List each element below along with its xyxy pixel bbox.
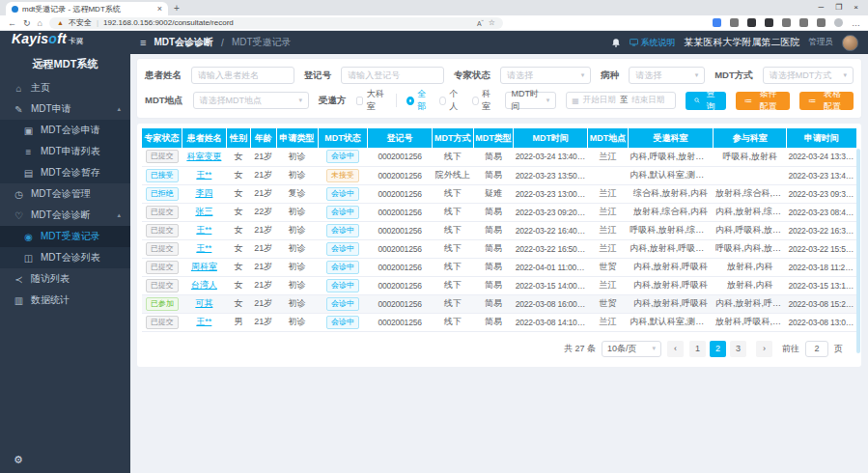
register-no-input[interactable] xyxy=(341,67,444,84)
column-header: 患者姓名 xyxy=(182,128,226,148)
mdt-time-cell: 2022-03-23 09:20:00 xyxy=(514,203,588,221)
mdt-mode-label: MDT方式 xyxy=(714,70,753,82)
mdt-time-select[interactable]: MDT时间▾ xyxy=(505,92,557,109)
page-size-select[interactable]: 10条/页▾ xyxy=(602,341,661,357)
patient-name-cell: 王** xyxy=(182,221,226,239)
column-header: 性别 xyxy=(226,128,250,148)
system-name: 远程MDT系统 xyxy=(0,54,130,73)
sidebar-item-mdt-invite-record[interactable]: ◉MDT受邀记录 xyxy=(0,226,130,247)
patient-name-link[interactable]: 周科室 xyxy=(191,262,217,271)
user-avatar[interactable] xyxy=(842,35,858,51)
page-button-2[interactable]: 2 xyxy=(710,341,726,357)
edit-icon: ✎ xyxy=(14,104,24,115)
column-header: 申请类型 xyxy=(276,128,318,148)
browser-extension-icon[interactable] xyxy=(730,18,739,27)
browser-extension-icon[interactable] xyxy=(765,18,773,27)
page-button-3[interactable]: 3 xyxy=(730,341,746,357)
window-minimize-icon[interactable]: ─ xyxy=(818,3,824,12)
patient-name-link[interactable]: 科室变更 xyxy=(186,152,221,161)
apply-time-cell: 2022-03-08 13:06:56 xyxy=(786,313,856,331)
mdt-time-cell: 2022-04-01 11:00:00 xyxy=(514,258,588,276)
system-help-link[interactable]: 系统说明 xyxy=(630,37,676,49)
sidebar-item-mdt-apply-list[interactable]: ≡MDT申请列表 xyxy=(0,141,130,162)
security-label: 不安全 xyxy=(69,17,92,28)
mdt-status-badge: 会诊中 xyxy=(326,150,359,163)
table-config-button[interactable]: ≔表格配置 xyxy=(799,92,854,110)
browser-split-screen-icon[interactable] xyxy=(799,18,808,27)
browser-extension-icon[interactable] xyxy=(747,18,756,27)
mdt-location-select[interactable]: 请选择MDT地点▾ xyxy=(193,92,309,109)
register-no-cell: 0002001256 xyxy=(368,166,433,184)
sidebar-item-label: MDT申请 xyxy=(31,102,110,116)
tab-close-icon[interactable]: × xyxy=(157,4,162,14)
prev-page-button[interactable]: ‹ xyxy=(667,341,684,357)
condition-config-button[interactable]: ≔条件配置 xyxy=(736,92,790,110)
mdt-location-cell: 兰江 xyxy=(588,276,628,294)
home-icon[interactable]: ⌂ xyxy=(38,18,42,28)
browser-tab[interactable]: mdt受邀记录 - 远程MDT系统 × xyxy=(6,2,168,15)
new-tab-button[interactable]: + xyxy=(168,2,185,15)
table-row: 已提交王**女21岁初诊会诊中0002001256线下简易2022-03-22 … xyxy=(142,221,856,239)
sidebar-item-mdt-apply[interactable]: ✎MDT申请▴ xyxy=(0,98,130,120)
table-scrollbar[interactable] xyxy=(856,149,860,353)
sidebar-item-statistics[interactable]: ▥数据统计 xyxy=(0,290,130,311)
patient-name-link[interactable]: 李四 xyxy=(195,188,212,198)
settings-gear-icon[interactable]: ⚙ xyxy=(0,446,130,473)
joined-depts-cell: 放射科,呼吸科,默认科室,测... xyxy=(714,313,786,331)
url-field[interactable]: ▲ 不安全 | 192.168.0.156:9002/consultate/re… xyxy=(49,17,503,29)
read-aloud-icon[interactable]: Aᵕ xyxy=(477,18,484,27)
mdt-location-cell: 兰江 xyxy=(588,239,628,258)
dept-group-checkbox[interactable]: 大科室 xyxy=(356,88,387,113)
disease-select[interactable]: 请选择▾ xyxy=(629,67,705,84)
sidebar-item-mdt-consult-list[interactable]: ◫MDT会诊列表 xyxy=(0,247,130,268)
browser-menu-icon[interactable]: … xyxy=(852,18,860,28)
patient-name-link[interactable]: 可其 xyxy=(195,298,212,308)
browser-profile-icon[interactable] xyxy=(834,18,843,27)
patient-name-link[interactable]: 王** xyxy=(196,317,211,326)
radio-dept[interactable]: 科室 xyxy=(472,88,495,113)
search-button[interactable]: 查询 xyxy=(686,92,726,110)
expert-status-select[interactable]: 请选择▾ xyxy=(500,67,591,84)
radio-personal[interactable]: 个人 xyxy=(439,88,462,113)
favorite-star-icon[interactable]: ☆ xyxy=(489,18,495,27)
sidebar-item-mdt-diagnosis[interactable]: ♡MDT会诊诊断▴ xyxy=(0,205,130,226)
sidebar-item-home[interactable]: ⌂主页 xyxy=(0,77,130,98)
patient-name-link[interactable]: 台湾人 xyxy=(191,280,217,290)
age-cell: 21岁 xyxy=(250,276,276,294)
patient-name-link[interactable]: 王** xyxy=(196,243,211,253)
sidebar-item-mdt-consult-draft[interactable]: ▤MDT会诊暂存 xyxy=(0,162,130,183)
sidebar-item-followup-list[interactable]: ≺随访列表 xyxy=(0,268,130,290)
back-icon[interactable]: ← xyxy=(8,18,16,28)
mdt-status-cell: 未接受 xyxy=(318,166,368,184)
sidebar-collapse-icon[interactable]: ≡ xyxy=(140,37,146,48)
browser-collections-icon[interactable] xyxy=(817,18,826,27)
url-divider: | xyxy=(97,18,98,27)
browser-extension-icon[interactable] xyxy=(782,18,791,27)
page-button-1[interactable]: 1 xyxy=(689,341,706,357)
chevron-down-icon: ▾ xyxy=(844,71,848,79)
apply-time-cell: 2022-03-24 13:37:44 xyxy=(786,148,856,166)
date-range-input[interactable]: ▦ 开始日期 至 结束日期 xyxy=(566,92,676,109)
radio-all[interactable]: 全部 xyxy=(406,88,430,113)
browser-extension-icon[interactable] xyxy=(713,18,721,27)
mdt-mode-select[interactable]: 请选择MDT方式▾ xyxy=(763,67,854,84)
patient-name-link[interactable]: 王** xyxy=(196,225,211,235)
patient-name-input[interactable] xyxy=(191,67,294,84)
window-close-icon[interactable]: × xyxy=(854,3,858,12)
refresh-icon[interactable]: ↻ xyxy=(23,18,31,28)
apply-time-cell: 2022-03-18 11:28:25 xyxy=(786,258,856,276)
notification-bell-icon[interactable] xyxy=(611,38,621,48)
mdt-status-cell: 会诊中 xyxy=(318,184,368,203)
next-page-button[interactable]: › xyxy=(756,341,772,357)
patient-name-link[interactable]: 王** xyxy=(196,170,211,180)
warning-icon: ▲ xyxy=(57,19,64,26)
expert-status-cell: 已提交 xyxy=(142,148,182,166)
goto-page-input[interactable] xyxy=(805,341,828,357)
patient-name-cell: 王** xyxy=(182,166,226,184)
app-logo: Kayisoft 卡翼 xyxy=(0,31,130,54)
sidebar-item-mdt-manage[interactable]: ◷MDT会诊管理 xyxy=(0,183,130,205)
mdt-mode-cell: 线下 xyxy=(432,276,473,294)
sidebar-item-mdt-consult-apply[interactable]: ▣MDT会诊申请 xyxy=(0,120,130,141)
patient-name-link[interactable]: 张三 xyxy=(195,207,212,216)
window-maximize-icon[interactable]: ❐ xyxy=(835,3,842,12)
